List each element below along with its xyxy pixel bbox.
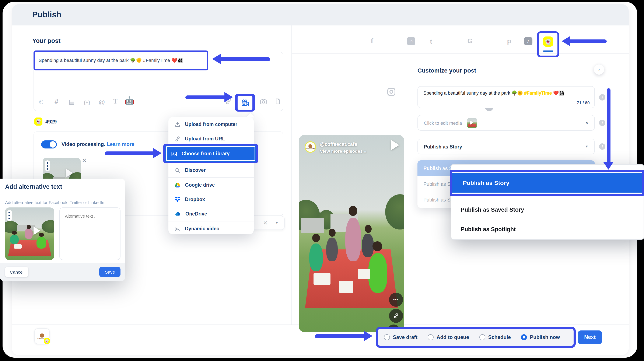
facebook-icon[interactable]: f — [368, 36, 377, 46]
callout-option-publish-story[interactable]: Publish as Story — [452, 172, 642, 194]
annotation-arrow-snapchat-tab — [562, 36, 607, 47]
modal-subtitle: Add alternative text for Facebook, Twitt… — [0, 195, 125, 205]
publish-story-annotation-box: Publish as Story — [450, 170, 644, 196]
preview-link-icon[interactable] — [389, 309, 403, 323]
account-handle: @coffeecat.cafe — [320, 142, 357, 147]
annotation-arrow-post-text — [212, 54, 270, 64]
snapchat-tab-annotation-box — [537, 32, 559, 57]
app-header — [12, 4, 629, 26]
menu-item-google-drive[interactable]: Google drive — [168, 178, 254, 192]
search-icon — [174, 167, 181, 173]
annotation-arrow-video-icon — [186, 92, 233, 103]
menu-item-upload-computer[interactable]: Upload from computer — [168, 117, 254, 132]
snapchat-char-count: 4929 — [46, 119, 57, 125]
clear-selection-icon[interactable]: ✕ — [263, 220, 268, 226]
preview-more-icon[interactable]: ••• — [389, 293, 403, 307]
tabs-divider — [292, 54, 629, 54]
menu-item-discover[interactable]: Discover — [168, 163, 254, 177]
radio-publish-now[interactable]: Publish now — [521, 334, 560, 340]
publish-options-callout: Publish as Story Publish as Saved Story … — [451, 164, 644, 240]
menu-item-dynamic-video[interactable]: Dynamic video — [168, 222, 254, 236]
learn-more-link[interactable]: Learn more — [107, 141, 134, 147]
linkedin-icon[interactable]: in — [407, 37, 415, 46]
next-button[interactable]: Next — [578, 330, 602, 344]
choose-from-library-annotation-box: Choose from Library — [163, 144, 258, 163]
add-photo-icon[interactable] — [260, 98, 267, 105]
customize-title: Customize your post — [418, 67, 476, 74]
add-video-annotation-box — [235, 94, 255, 112]
select-caret-icon: ▼ — [585, 145, 588, 148]
placeholder-token-icon[interactable]: {+} — [83, 99, 91, 106]
alt-text-modal: Add alternative text Add alternative tex… — [0, 178, 125, 281]
image-icon — [174, 226, 181, 232]
menu-item-dropbox[interactable]: Dropbox — [168, 192, 254, 206]
menu-item-onedrive[interactable]: OneDrive — [168, 206, 254, 221]
edit-media-field[interactable]: Click to edit media ˅ — [418, 115, 595, 131]
saved-captions-icon[interactable]: ▤ — [68, 98, 76, 106]
text-format-icon[interactable]: T — [112, 98, 119, 105]
media-options-icon[interactable] — [45, 160, 50, 172]
publish-type-select[interactable]: Publish as Story ▼ — [418, 139, 595, 154]
dropbox-icon — [174, 196, 181, 202]
radio-add-to-queue[interactable]: Add to queue — [428, 334, 469, 340]
radio-schedule[interactable]: Schedule — [479, 334, 511, 340]
callout-option-publish-saved-story[interactable]: Publish as Saved Story — [452, 201, 524, 218]
ai-assistant-icon[interactable]: 🤖 — [124, 96, 134, 106]
screenshot-stage: Publish Your post Spending a beautiful s… — [0, 0, 644, 361]
mention-icon[interactable]: @ — [98, 98, 106, 106]
emoji-picker-icon[interactable]: ☺ — [37, 98, 45, 106]
chevron-down-icon: ˅ — [586, 120, 588, 125]
post-text: Spending a beautiful sunny day at the pa… — [38, 58, 183, 63]
instagram-icon[interactable] — [387, 88, 396, 96]
hashtag-highlight: #FamilyTime — [524, 90, 552, 96]
selected-account-avatar[interactable]: COFFEECAT 👻 — [34, 328, 50, 344]
char-counter: 71 / 80 — [577, 100, 590, 105]
menu-item-choose-library[interactable]: Choose from Library — [166, 146, 256, 161]
alt-text-input[interactable] — [60, 208, 120, 260]
google-icon[interactable]: G — [466, 36, 475, 46]
media-source-menu: Upload from computer Upload from URL Dis… — [168, 117, 254, 234]
view-more-link[interactable]: View more episodes » — [320, 148, 366, 154]
onedrive-icon — [174, 210, 181, 217]
post-text-input[interactable]: Spending a beautiful sunny day at the pa… — [34, 50, 208, 70]
customize-divider — [413, 79, 629, 79]
menu-caret — [246, 113, 254, 118]
tiktok-icon[interactable]: ♪ — [524, 37, 532, 46]
add-video-icon[interactable] — [238, 96, 252, 110]
google-drive-icon — [174, 182, 181, 188]
hashtag-icon[interactable]: # — [52, 98, 60, 106]
page-title: Publish — [32, 10, 61, 20]
caret-down-icon: ▼ — [275, 220, 279, 225]
radio-selected-icon — [521, 334, 527, 340]
add-document-icon[interactable] — [274, 98, 281, 105]
modal-footer: Cancel Save — [0, 263, 125, 281]
cancel-button[interactable]: Cancel — [5, 267, 28, 277]
account-avatar: COFFEECAT — [304, 141, 316, 153]
video-processing-toggle[interactable] — [41, 140, 57, 148]
your-post-heading: Your post — [32, 37, 60, 44]
link-icon — [174, 136, 181, 142]
media-options-icon[interactable] — [7, 210, 12, 221]
modal-title: Add alternative text — [0, 178, 125, 195]
save-button[interactable]: Save — [99, 267, 120, 277]
remove-media-icon[interactable]: ✕ — [82, 157, 87, 164]
radio-circle-icon — [479, 334, 485, 340]
panel-divider — [292, 26, 292, 324]
annotation-arrow-publish-mode — [315, 331, 372, 342]
snapchat-badge-icon: 👻 — [44, 338, 50, 344]
radio-circle-icon — [428, 334, 434, 340]
radio-save-draft[interactable]: Save draft — [384, 334, 418, 340]
upload-icon — [174, 121, 181, 128]
video-processing-label: Video processing. Learn more — [62, 141, 134, 147]
play-icon[interactable] — [391, 140, 399, 150]
twitter-icon[interactable]: t — [426, 36, 436, 46]
annotation-arrow-publish-options — [603, 88, 614, 170]
video-preview[interactable]: COFFEECAT @coffeecat.cafe View more epis… — [299, 135, 404, 332]
publish-mode-annotation-box: Save draft Add to queue Schedule Publish… — [376, 327, 576, 348]
callout-option-publish-spotlight[interactable]: Publish as Spotlight — [452, 220, 516, 238]
annotation-arrow-choose-library — [105, 148, 162, 159]
library-image-icon — [171, 150, 177, 157]
customize-caption-field[interactable]: Spending a beautiful sunny day at the pa… — [418, 86, 595, 108]
pinterest-icon[interactable]: p — [504, 36, 514, 46]
collapse-panel-chevron-icon[interactable]: › — [594, 64, 604, 75]
